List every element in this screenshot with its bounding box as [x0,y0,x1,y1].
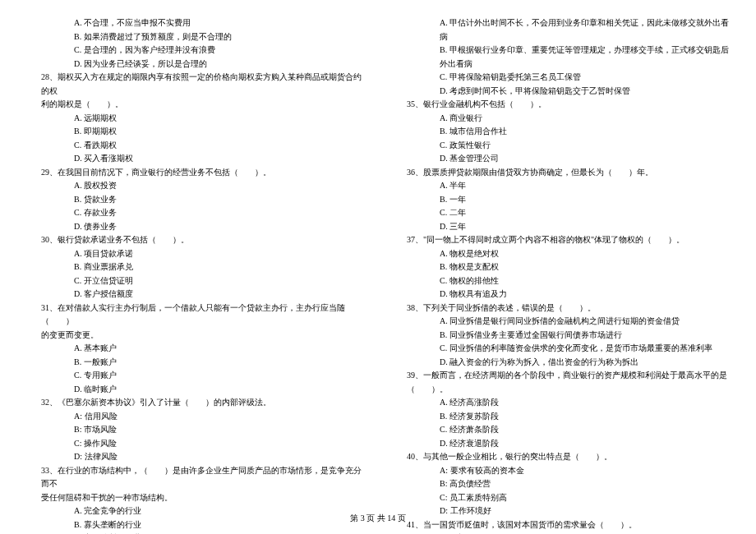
answer-option: C. 是合理的，因为客户经理并没有浪费 [25,44,366,58]
answer-option: B: 市场风险 [25,423,366,437]
answer-option: B. 城市信用合作社 [390,125,731,139]
answer-option: A: 要求有较高的资本金 [390,464,731,478]
answer-option: A. 同业拆借是银行间同业拆借的金融机构之间进行短期的资金借贷 [390,315,731,329]
answer-option: B. 贷款业务 [25,193,366,207]
answer-option: C. 二年 [390,206,731,220]
page-container: A. 不合理，不应当申报不实费用B. 如果消费超过了预算额度，则是不合理的C. … [0,0,756,534]
answer-option: A. 经济高涨阶段 [390,396,731,410]
answer-option: C: 员工素质特别高 [390,491,731,505]
answer-option: B. 如果消费超过了预算额度，则是不合理的 [25,30,366,44]
answer-option: D. 考虑到时间不长，甲将保险箱钥匙交于乙暂时保管 [390,85,731,99]
answer-option: D. 经济衰退阶段 [390,437,731,451]
question-text: 36、股票质押贷款期限由借贷双方协商确定，但最长为（ ）年。 [390,166,731,180]
question-text: 33、在行业的市场结构中，（ ）是由许多企业生产同质产品的市场情形，是竞争充分而… [25,464,366,491]
question-text: 的变更而变更。 [25,329,366,343]
answer-option: D. 物权具有追及力 [390,288,731,302]
answer-option: A. 商业银行 [390,112,731,126]
answer-option: D. 买入看涨期权 [25,152,366,166]
answer-option: B. 甲根据银行业务印章、重要凭证等管理规定，办理移交手续，正式移交钥匙后外出看… [390,44,731,71]
answer-option: C. 经济萧条阶段 [390,423,731,437]
answer-option: D. 基金管理公司 [390,152,731,166]
answer-option: B. 一年 [390,193,731,207]
page-footer: 第 3 页 共 14 页 [0,513,756,524]
answer-option: D. 融入资金的行为称为拆入，借出资金的行为称为拆出 [390,356,731,370]
answer-option: B. 物权是支配权 [390,260,731,274]
answer-option: D: 法律风险 [25,450,366,464]
answer-option: B. 即期期权 [25,125,366,139]
answer-option: D. 因为业务已经谈妥，所以是合理的 [25,58,366,71]
answer-option: A: 信用风险 [25,410,366,424]
answer-option: A. 项目贷款承诺 [25,247,366,261]
answer-option: C: 操作风险 [25,437,366,451]
question-text: 40、与其他一般企业相比，银行的突出特点是（ ）。 [390,450,731,464]
answer-option: C. 存款业务 [25,206,366,220]
question-text: 29、在我国目前情况下，商业银行的经营业务不包括（ ）。 [25,166,366,180]
answer-option: A. 物权是绝对权 [390,247,731,261]
answer-option: B: 高负债经营 [390,477,731,491]
answer-option: D. 三年 [390,220,731,234]
answer-option: A. 基本账户 [25,342,366,356]
question-text: 39、一般而言，在经济周期的各个阶段中，商业银行的资产规模和利润处于最高水平的是 [390,369,731,383]
answer-option: C. 开立信贷证明 [25,274,366,288]
answer-option: A. 远期期权 [25,112,366,126]
answer-option: B. 经济复苏阶段 [390,410,731,424]
answer-option: C. 政策性银行 [390,139,731,153]
question-text: 35、银行业金融机构不包括（ ）。 [390,98,731,112]
answer-option: A. 股权投资 [25,179,366,193]
answer-option: D. 客户授信额度 [25,288,366,302]
answer-option: D. 债券业务 [25,220,366,234]
answer-option: B. 商业票据承兑 [25,260,366,274]
right-column: A. 甲估计外出时间不长，不会用到业务印章和相关凭证，因此未做移交就外出看病B.… [390,16,731,534]
question-text: （ ）。 [390,383,731,397]
answer-option: B. 同业拆借业务主要通过全国银行间债券市场进行 [390,329,731,343]
answer-option: A. 不合理，不应当申报不实费用 [25,16,366,30]
left-column: A. 不合理，不应当申报不实费用B. 如果消费超过了预算额度，则是不合理的C. … [25,16,366,534]
question-text: 受任何阻碍和干扰的一种市场结构。 [25,491,366,505]
answer-option: D. 临时账户 [25,383,366,397]
answer-option: C. 物权的排他性 [390,274,731,288]
question-text: 30、银行贷款承诺业务不包括（ ）。 [25,233,366,247]
answer-option: B. 一般账户 [25,356,366,370]
question-text: 37、"同一物上不得同时成立两个内容不相容的物权"体现了物权的（ ）。 [390,233,731,247]
question-text: 38、下列关于同业拆借的表述，错误的是（ ）。 [390,302,731,315]
answer-option: A. 半年 [390,179,731,193]
answer-option: C. 专用账户 [25,369,366,383]
question-text: 利的期权是（ ）。 [25,98,366,112]
question-text: 28、期权买入方在规定的期限内享有按照一定的价格向期权卖方购入某种商品或期货合约… [25,71,366,98]
answer-option: C. 同业拆借的利率随资金供求的变化而变化，是货币市场最重要的基准利率 [390,342,731,356]
answer-option: C. 看跌期权 [25,139,366,153]
answer-option: A. 甲估计外出时间不长，不会用到业务印章和相关凭证，因此未做移交就外出看病 [390,16,731,44]
answer-option: C. 甲将保险箱钥匙委托第三名员工保管 [390,71,731,85]
question-text: 32、《巴塞尔新资本协议》引入了计量（ ）的内部评级法。 [25,396,366,410]
question-text: 31、在对借款人实行主办行制后，一个借款人只能有一个贷款主办行，主办行应当随（ … [25,302,366,329]
